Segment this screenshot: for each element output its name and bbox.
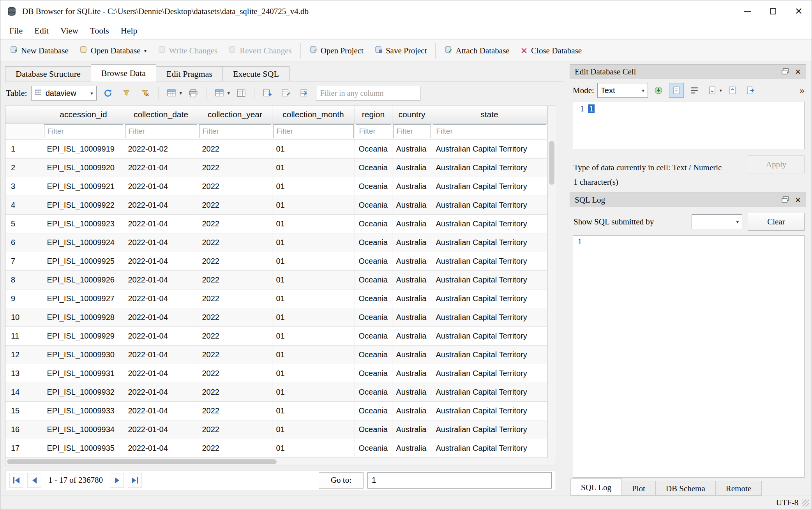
new-record-button[interactable]: [260, 86, 275, 101]
text-mode-button[interactable]: [669, 83, 684, 98]
horizontal-scrollbar-thumb[interactable]: [7, 459, 277, 464]
cell-country[interactable]: Australia: [392, 439, 432, 457]
cell-country[interactable]: Australia: [392, 233, 432, 252]
cell-state[interactable]: Australian Capital Territory: [432, 420, 547, 439]
cell-editor-content[interactable]: 1: [588, 102, 595, 149]
cell-collection_year[interactable]: 2022: [198, 364, 272, 383]
cell-state[interactable]: Australian Capital Territory: [432, 383, 547, 401]
cell-collection_month[interactable]: 01: [272, 196, 355, 214]
cell-accession_id[interactable]: EPI_ISL_10009933: [43, 401, 124, 420]
encoding-indicator[interactable]: UTF-8: [776, 498, 798, 508]
new-database-button[interactable]: New Database: [4, 42, 74, 60]
mode-select[interactable]: Text ▾: [597, 83, 648, 98]
cell-collection_year[interactable]: 2022: [198, 439, 272, 457]
cell-collection_month[interactable]: 01: [272, 177, 355, 196]
cell-collection_year[interactable]: 2022: [198, 214, 272, 233]
open-file-button[interactable]: [705, 83, 720, 98]
column-header-accession_id[interactable]: accession_id: [43, 106, 124, 123]
cell-collection_month[interactable]: 01: [272, 326, 355, 345]
cell-accession_id[interactable]: EPI_ISL_10009922: [43, 196, 124, 214]
open-project-button[interactable]: Open Project: [304, 42, 369, 60]
cell-collection_month[interactable]: 01: [272, 252, 355, 270]
cell-accession_id[interactable]: EPI_ISL_10009928: [43, 308, 124, 326]
maximize-button[interactable]: [760, 0, 786, 22]
cell-collection_date[interactable]: 2022-01-04: [124, 214, 198, 233]
row-number[interactable]: 1: [5, 139, 43, 158]
row-number[interactable]: 2: [5, 158, 43, 177]
cell-region[interactable]: Oceania: [355, 383, 392, 401]
save-project-button[interactable]: Save Project: [369, 42, 432, 60]
save-view-button[interactable]: [164, 86, 179, 101]
cell-collection_date[interactable]: 2022-01-04: [124, 233, 198, 252]
row-number[interactable]: 12: [5, 345, 43, 364]
cell-country[interactable]: Australia: [392, 383, 432, 401]
cell-collection_year[interactable]: 2022: [198, 289, 272, 308]
next-page-button[interactable]: [110, 473, 124, 488]
cell-accession_id[interactable]: EPI_ISL_10009932: [43, 383, 124, 401]
filter-input-collection_month[interactable]: [273, 124, 354, 138]
cell-country[interactable]: Australia: [392, 139, 432, 158]
cell-collection_date[interactable]: 2022-01-04: [124, 364, 198, 383]
cell-region[interactable]: Oceania: [355, 326, 392, 345]
row-number[interactable]: 10: [5, 308, 43, 326]
clear-filters-button[interactable]: [119, 86, 134, 101]
cell-region[interactable]: Oceania: [355, 439, 392, 457]
cell-state[interactable]: Australian Capital Territory: [432, 177, 547, 196]
cell-collection_year[interactable]: 2022: [198, 345, 272, 364]
cell-collection_year[interactable]: 2022: [198, 420, 272, 439]
row-number[interactable]: 3: [5, 177, 43, 196]
cell-accession_id[interactable]: EPI_ISL_10009921: [43, 177, 124, 196]
cell-country[interactable]: Australia: [392, 364, 432, 383]
cell-country[interactable]: Australia: [392, 420, 432, 439]
cell-collection_month[interactable]: 01: [272, 383, 355, 401]
close-button[interactable]: ✕: [786, 0, 812, 22]
resize-grip-icon[interactable]: [802, 499, 809, 506]
cell-region[interactable]: Oceania: [355, 289, 392, 308]
filter-input-region[interactable]: [356, 124, 391, 138]
cell-state[interactable]: Australian Capital Territory: [432, 289, 547, 308]
save-file-button[interactable]: [725, 83, 740, 98]
show-sql-select[interactable]: ▾: [692, 214, 742, 229]
clear-log-button[interactable]: Clear: [748, 213, 805, 231]
dock-tab-sql-log[interactable]: SQL Log: [570, 478, 622, 496]
cell-region[interactable]: Oceania: [355, 233, 392, 252]
cell-accession_id[interactable]: EPI_ISL_10009931: [43, 364, 124, 383]
dock-tab-db-schema[interactable]: DB Schema: [655, 481, 716, 496]
import-cell-button[interactable]: [651, 83, 666, 98]
cell-collection_year[interactable]: 2022: [198, 308, 272, 326]
last-page-button[interactable]: [128, 473, 142, 488]
cell-country[interactable]: Australia: [392, 252, 432, 270]
close-database-button[interactable]: ✕ Close Database: [515, 42, 587, 60]
cell-collection_year[interactable]: 2022: [198, 252, 272, 270]
sql-log-editor[interactable]: 1: [573, 235, 805, 478]
filter-input-accession_id[interactable]: [44, 124, 123, 138]
cell-collection_month[interactable]: 01: [272, 139, 355, 158]
close-panel-icon[interactable]: ✕: [795, 67, 801, 76]
cell-collection_year[interactable]: 2022: [198, 383, 272, 401]
cell-country[interactable]: Australia: [392, 270, 432, 289]
column-header-state[interactable]: state: [432, 106, 547, 123]
float-panel-icon[interactable]: [782, 195, 789, 205]
filter-input-country[interactable]: [393, 124, 431, 138]
cell-collection_month[interactable]: 01: [272, 364, 355, 383]
row-number[interactable]: 9: [5, 289, 43, 308]
vertical-scrollbar[interactable]: [547, 106, 556, 458]
cell-region[interactable]: Oceania: [355, 401, 392, 420]
menu-tools[interactable]: Tools: [84, 24, 115, 37]
float-panel-icon[interactable]: [782, 67, 789, 77]
cell-collection_year[interactable]: 2022: [198, 177, 272, 196]
cell-collection_date[interactable]: 2022-01-04: [124, 252, 198, 270]
cell-country[interactable]: Australia: [392, 326, 432, 345]
tab-execute-sql[interactable]: Execute SQL: [222, 66, 289, 81]
cell-region[interactable]: Oceania: [355, 196, 392, 214]
cell-collection_date[interactable]: 2022-01-04: [124, 158, 198, 177]
cell-state[interactable]: Australian Capital Territory: [432, 401, 547, 420]
cell-collection_date[interactable]: 2022-01-04: [124, 308, 198, 326]
save-view-caret-icon[interactable]: ▾: [180, 90, 182, 96]
cell-state[interactable]: Australian Capital Territory: [432, 364, 547, 383]
row-number[interactable]: 11: [5, 326, 43, 345]
table-select[interactable]: dataview ▾: [31, 86, 97, 101]
cell-state[interactable]: Australian Capital Territory: [432, 196, 547, 214]
cell-state[interactable]: Australian Capital Territory: [432, 252, 547, 270]
menu-help[interactable]: Help: [115, 24, 143, 37]
